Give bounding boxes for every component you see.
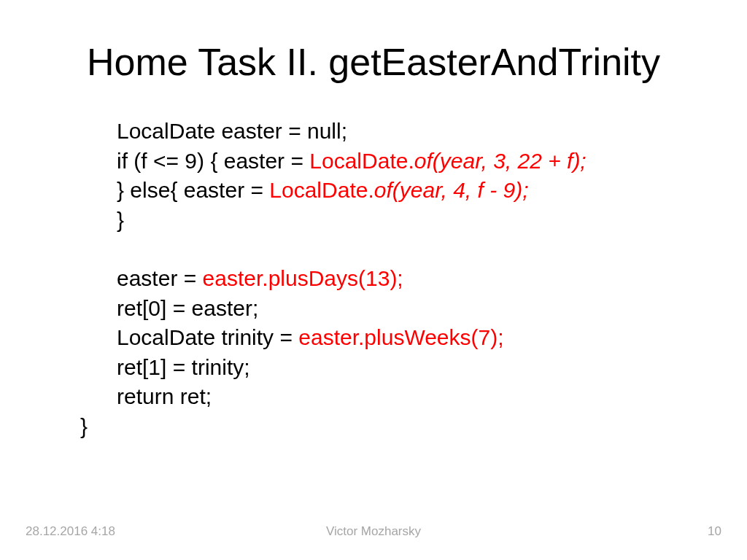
code-text: LocalDate easter = null; (117, 119, 347, 143)
code-text: LocalDate trinity = (117, 325, 298, 349)
code-highlight: easter.plusDays(13); (203, 266, 403, 290)
code-block: LocalDate easter = null; if (f <= 9) { e… (80, 117, 689, 441)
code-line: } (80, 412, 689, 442)
footer-author: Victor Mozharsky (0, 524, 747, 539)
code-line: ret[0] = easter; (80, 294, 689, 324)
code-line: return ret; (80, 382, 689, 412)
slide-footer: 28.12.2016 4:18 Victor Mozharsky 10 (0, 524, 747, 542)
code-line: ret[1] = trinity; (80, 353, 689, 383)
code-highlight: LocalDate. (309, 149, 414, 173)
code-line: } else{ easter = LocalDate.of(year, 4, f… (80, 176, 689, 206)
code-highlight: LocalDate. (269, 178, 374, 202)
slide-title: Home Task II. getEasterAndTrinity (0, 40, 747, 84)
code-text: easter = (117, 266, 203, 290)
code-line: easter = easter.plusDays(13); (80, 264, 689, 294)
code-line: if (f <= 9) { easter = LocalDate.of(year… (80, 147, 689, 176)
code-highlight: of(year, 4, f - 9); (374, 178, 529, 202)
slide: Home Task II. getEasterAndTrinity LocalD… (0, 0, 747, 560)
code-text: ret[0] = easter; (117, 296, 258, 320)
code-text: } (80, 414, 88, 438)
code-text: ret[1] = trinity; (117, 355, 250, 379)
code-text: if (f <= 9) { easter = (117, 149, 309, 173)
footer-page-number: 10 (708, 524, 721, 539)
code-text: } else{ easter = (117, 178, 269, 202)
code-line: } (80, 206, 689, 236)
code-highlight: easter.plusWeeks(7); (298, 325, 503, 349)
blank-line (80, 235, 689, 264)
code-highlight: of(year, 3, 22 + f); (414, 149, 587, 173)
code-text: } (117, 208, 124, 232)
code-line: LocalDate trinity = easter.plusWeeks(7); (80, 323, 689, 353)
code-text: return ret; (117, 384, 212, 408)
code-line: LocalDate easter = null; (80, 117, 689, 147)
